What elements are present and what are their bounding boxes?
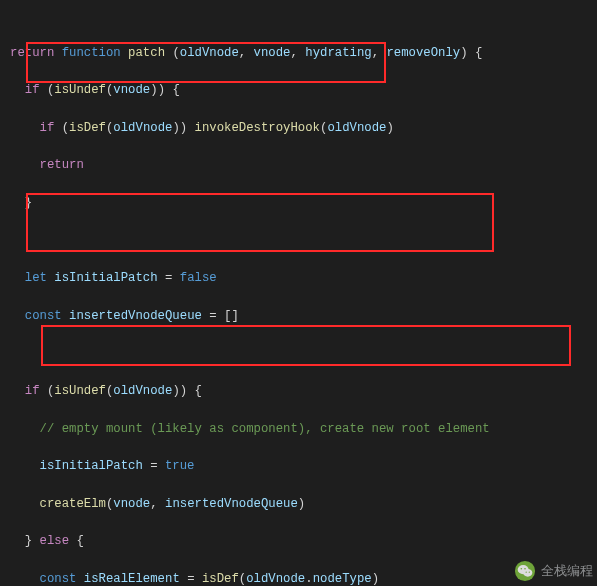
code-editor: return function patch (oldVnode, vnode, … xyxy=(0,0,597,586)
code-line: if (isUndef(vnode)) { xyxy=(10,81,587,100)
code-line: return xyxy=(10,156,587,175)
code-line: const isRealElement = isDef(oldVnode.nod… xyxy=(10,570,587,586)
code-line xyxy=(10,344,587,363)
wechat-watermark: 全栈编程 xyxy=(514,560,593,582)
code-line: let isInitialPatch = false xyxy=(10,269,587,288)
svg-point-6 xyxy=(529,572,530,573)
code-line: // empty mount (likely as component), cr… xyxy=(10,420,587,439)
code-line: return function patch (oldVnode, vnode, … xyxy=(10,44,587,63)
code-line: if (isDef(oldVnode)) invokeDestroyHook(o… xyxy=(10,119,587,138)
code-line: isInitialPatch = true xyxy=(10,457,587,476)
svg-point-2 xyxy=(523,569,532,577)
code-line xyxy=(10,232,587,251)
code-line: } xyxy=(10,194,587,213)
code-line: createElm(vnode, insertedVnodeQueue) xyxy=(10,495,587,514)
svg-point-3 xyxy=(521,568,523,570)
code-line: const insertedVnodeQueue = [] xyxy=(10,307,587,326)
wechat-label: 全栈编程 xyxy=(541,562,593,580)
code-line: } else { xyxy=(10,532,587,551)
code-line: if (isUndef(oldVnode)) { xyxy=(10,382,587,401)
svg-point-5 xyxy=(526,572,527,573)
wechat-icon xyxy=(514,560,536,582)
svg-point-4 xyxy=(524,568,526,570)
